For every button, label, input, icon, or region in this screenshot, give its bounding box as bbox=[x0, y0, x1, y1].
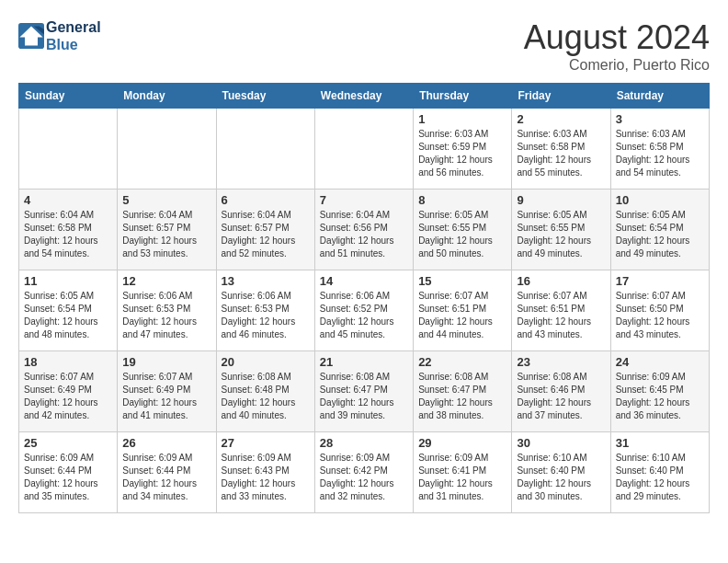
day-number: 2 bbox=[517, 112, 605, 126]
day-info: Sunrise: 6:10 AM Sunset: 6:40 PM Dayligh… bbox=[616, 452, 704, 503]
day-info: Sunrise: 6:09 AM Sunset: 6:41 PM Dayligh… bbox=[418, 452, 506, 503]
day-number: 3 bbox=[616, 112, 704, 126]
day-header-sunday: Sunday bbox=[19, 84, 118, 109]
day-info: Sunrise: 6:09 AM Sunset: 6:44 PM Dayligh… bbox=[24, 452, 112, 503]
day-number: 25 bbox=[24, 436, 112, 450]
day-header-thursday: Thursday bbox=[414, 84, 512, 109]
page-header: General Blue August 2024 Comerio, Puerto… bbox=[18, 18, 710, 74]
calendar-cell: 31Sunrise: 6:10 AM Sunset: 6:40 PM Dayli… bbox=[610, 432, 709, 513]
day-info: Sunrise: 6:09 AM Sunset: 6:45 PM Dayligh… bbox=[616, 371, 704, 422]
day-info: Sunrise: 6:08 AM Sunset: 6:47 PM Dayligh… bbox=[320, 371, 408, 422]
day-number: 24 bbox=[616, 355, 704, 369]
calendar-cell: 7Sunrise: 6:04 AM Sunset: 6:56 PM Daylig… bbox=[314, 190, 413, 270]
calendar-cell: 25Sunrise: 6:09 AM Sunset: 6:44 PM Dayli… bbox=[19, 432, 118, 513]
day-info: Sunrise: 6:05 AM Sunset: 6:55 PM Dayligh… bbox=[517, 209, 605, 260]
day-number: 31 bbox=[616, 436, 704, 450]
calendar-cell: 15Sunrise: 6:07 AM Sunset: 6:51 PM Dayli… bbox=[414, 270, 512, 351]
calendar-cell: 2Sunrise: 6:03 AM Sunset: 6:58 PM Daylig… bbox=[512, 109, 610, 190]
calendar-cell: 18Sunrise: 6:07 AM Sunset: 6:49 PM Dayli… bbox=[19, 351, 118, 432]
day-number: 13 bbox=[222, 274, 310, 288]
day-info: Sunrise: 6:05 AM Sunset: 6:54 PM Dayligh… bbox=[24, 290, 112, 341]
calendar-cell: 28Sunrise: 6:09 AM Sunset: 6:42 PM Dayli… bbox=[314, 432, 413, 513]
calendar-header-row: SundayMondayTuesdayWednesdayThursdayFrid… bbox=[19, 84, 710, 109]
calendar-cell: 30Sunrise: 6:10 AM Sunset: 6:40 PM Dayli… bbox=[512, 432, 610, 513]
calendar-cell: 12Sunrise: 6:06 AM Sunset: 6:53 PM Dayli… bbox=[118, 270, 216, 351]
day-number: 9 bbox=[517, 193, 605, 207]
calendar-cell: 17Sunrise: 6:07 AM Sunset: 6:50 PM Dayli… bbox=[610, 270, 709, 351]
calendar-cell: 9Sunrise: 6:05 AM Sunset: 6:55 PM Daylig… bbox=[512, 190, 610, 270]
day-number: 11 bbox=[24, 274, 112, 288]
calendar-cell: 19Sunrise: 6:07 AM Sunset: 6:49 PM Dayli… bbox=[118, 351, 216, 432]
day-info: Sunrise: 6:05 AM Sunset: 6:55 PM Dayligh… bbox=[418, 209, 506, 260]
day-number: 27 bbox=[222, 436, 310, 450]
calendar-cell: 21Sunrise: 6:08 AM Sunset: 6:47 PM Dayli… bbox=[314, 351, 413, 432]
calendar-table: SundayMondayTuesdayWednesdayThursdayFrid… bbox=[18, 83, 710, 513]
day-info: Sunrise: 6:04 AM Sunset: 6:56 PM Dayligh… bbox=[320, 209, 408, 260]
day-info: Sunrise: 6:07 AM Sunset: 6:51 PM Dayligh… bbox=[418, 290, 506, 341]
day-number: 15 bbox=[418, 274, 506, 288]
day-number: 18 bbox=[24, 355, 112, 369]
day-info: Sunrise: 6:07 AM Sunset: 6:49 PM Dayligh… bbox=[24, 371, 112, 422]
day-info: Sunrise: 6:09 AM Sunset: 6:42 PM Dayligh… bbox=[320, 452, 408, 503]
day-number: 17 bbox=[616, 274, 704, 288]
calendar-cell: 11Sunrise: 6:05 AM Sunset: 6:54 PM Dayli… bbox=[19, 270, 118, 351]
calendar-cell: 10Sunrise: 6:05 AM Sunset: 6:54 PM Dayli… bbox=[610, 190, 709, 270]
day-number: 1 bbox=[418, 112, 506, 126]
day-info: Sunrise: 6:08 AM Sunset: 6:46 PM Dayligh… bbox=[517, 371, 605, 422]
day-number: 29 bbox=[418, 436, 506, 450]
day-number: 21 bbox=[320, 355, 408, 369]
day-number: 26 bbox=[122, 436, 210, 450]
day-info: Sunrise: 6:06 AM Sunset: 6:52 PM Dayligh… bbox=[320, 290, 408, 341]
day-info: Sunrise: 6:07 AM Sunset: 6:50 PM Dayligh… bbox=[616, 290, 704, 341]
day-number: 20 bbox=[222, 355, 310, 369]
day-number: 28 bbox=[320, 436, 408, 450]
day-number: 23 bbox=[517, 355, 605, 369]
day-header-tuesday: Tuesday bbox=[216, 84, 314, 109]
calendar-week-4: 18Sunrise: 6:07 AM Sunset: 6:49 PM Dayli… bbox=[19, 351, 710, 432]
day-header-friday: Friday bbox=[512, 84, 610, 109]
day-info: Sunrise: 6:10 AM Sunset: 6:40 PM Dayligh… bbox=[517, 452, 605, 503]
day-info: Sunrise: 6:04 AM Sunset: 6:58 PM Dayligh… bbox=[24, 209, 112, 260]
day-number: 7 bbox=[320, 193, 408, 207]
day-info: Sunrise: 6:09 AM Sunset: 6:43 PM Dayligh… bbox=[222, 452, 310, 503]
day-number: 30 bbox=[517, 436, 605, 450]
day-info: Sunrise: 6:06 AM Sunset: 6:53 PM Dayligh… bbox=[122, 290, 210, 341]
calendar-cell: 16Sunrise: 6:07 AM Sunset: 6:51 PM Dayli… bbox=[512, 270, 610, 351]
calendar-cell: 29Sunrise: 6:09 AM Sunset: 6:41 PM Dayli… bbox=[414, 432, 512, 513]
calendar-week-3: 11Sunrise: 6:05 AM Sunset: 6:54 PM Dayli… bbox=[19, 270, 710, 351]
calendar-cell: 6Sunrise: 6:04 AM Sunset: 6:57 PM Daylig… bbox=[216, 190, 314, 270]
day-number: 6 bbox=[222, 193, 310, 207]
month-title: August 2024 bbox=[524, 18, 710, 57]
calendar-cell: 24Sunrise: 6:09 AM Sunset: 6:45 PM Dayli… bbox=[610, 351, 709, 432]
calendar-cell: 4Sunrise: 6:04 AM Sunset: 6:58 PM Daylig… bbox=[19, 190, 118, 270]
calendar-cell: 3Sunrise: 6:03 AM Sunset: 6:58 PM Daylig… bbox=[610, 109, 709, 190]
day-info: Sunrise: 6:08 AM Sunset: 6:48 PM Dayligh… bbox=[222, 371, 310, 422]
day-info: Sunrise: 6:07 AM Sunset: 6:49 PM Dayligh… bbox=[122, 371, 210, 422]
day-info: Sunrise: 6:08 AM Sunset: 6:47 PM Dayligh… bbox=[418, 371, 506, 422]
day-info: Sunrise: 6:09 AM Sunset: 6:44 PM Dayligh… bbox=[122, 452, 210, 503]
day-number: 8 bbox=[418, 193, 506, 207]
calendar-week-1: 1Sunrise: 6:03 AM Sunset: 6:59 PM Daylig… bbox=[19, 109, 710, 190]
day-info: Sunrise: 6:06 AM Sunset: 6:53 PM Dayligh… bbox=[222, 290, 310, 341]
day-number: 4 bbox=[24, 193, 112, 207]
day-header-wednesday: Wednesday bbox=[314, 84, 413, 109]
calendar-cell: 22Sunrise: 6:08 AM Sunset: 6:47 PM Dayli… bbox=[414, 351, 512, 432]
day-info: Sunrise: 6:07 AM Sunset: 6:51 PM Dayligh… bbox=[517, 290, 605, 341]
calendar-cell bbox=[216, 109, 314, 190]
day-info: Sunrise: 6:05 AM Sunset: 6:54 PM Dayligh… bbox=[616, 209, 704, 260]
calendar-cell: 1Sunrise: 6:03 AM Sunset: 6:59 PM Daylig… bbox=[414, 109, 512, 190]
day-number: 16 bbox=[517, 274, 605, 288]
calendar-cell: 14Sunrise: 6:06 AM Sunset: 6:52 PM Dayli… bbox=[314, 270, 413, 351]
day-info: Sunrise: 6:03 AM Sunset: 6:59 PM Dayligh… bbox=[418, 128, 506, 179]
calendar-cell: 26Sunrise: 6:09 AM Sunset: 6:44 PM Dayli… bbox=[118, 432, 216, 513]
calendar-cell: 13Sunrise: 6:06 AM Sunset: 6:53 PM Dayli… bbox=[216, 270, 314, 351]
day-number: 14 bbox=[320, 274, 408, 288]
day-info: Sunrise: 6:03 AM Sunset: 6:58 PM Dayligh… bbox=[616, 128, 704, 179]
calendar-week-2: 4Sunrise: 6:04 AM Sunset: 6:58 PM Daylig… bbox=[19, 190, 710, 270]
calendar-cell: 23Sunrise: 6:08 AM Sunset: 6:46 PM Dayli… bbox=[512, 351, 610, 432]
logo-line1: General bbox=[46, 18, 101, 36]
day-info: Sunrise: 6:04 AM Sunset: 6:57 PM Dayligh… bbox=[122, 209, 210, 260]
day-number: 12 bbox=[122, 274, 210, 288]
logo: General Blue bbox=[18, 18, 101, 53]
calendar-cell: 20Sunrise: 6:08 AM Sunset: 6:48 PM Dayli… bbox=[216, 351, 314, 432]
